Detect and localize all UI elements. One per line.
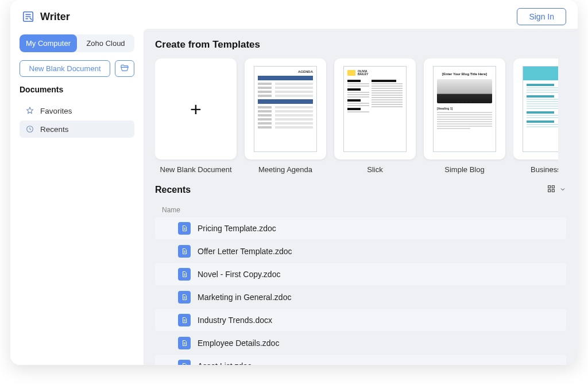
template-label: Slick [334, 165, 416, 174]
logo-group: Writer [22, 10, 70, 23]
svg-rect-4 [548, 189, 551, 192]
file-list: Pricing Template.zdocOffer Letter Templa… [155, 217, 566, 365]
templates-section: Create from Templates + New Blank Docume… [144, 29, 578, 177]
app-window: Writer Sign In My Computer Zoho Cloud Ne… [10, 0, 578, 365]
star-icon [25, 106, 34, 115]
blog-heading: [Heading 1] [437, 107, 492, 110]
sidebar: My Computer Zoho Cloud New Blank Documen… [10, 29, 144, 365]
template-card-agenda: AGENDA [245, 59, 326, 174]
document-icon [178, 291, 191, 304]
open-folder-button[interactable] [115, 60, 134, 77]
svg-rect-3 [552, 186, 554, 188]
new-blank-document-button[interactable]: New Blank Document [20, 60, 110, 77]
template-thumb-blank[interactable]: + [155, 59, 237, 160]
document-icon [178, 337, 191, 349]
template-card-trip: Business Trip [513, 59, 558, 174]
location-tabs: My Computer Zoho Cloud [20, 34, 134, 52]
resume-name-bottom: BAILEY [358, 73, 368, 76]
document-icon [178, 222, 191, 235]
template-label: Business Trip [513, 165, 558, 174]
tab-zoho-cloud[interactable]: Zoho Cloud [77, 34, 134, 52]
file-row[interactable]: Asset List.zdoc [155, 355, 566, 365]
chevron-down-icon [559, 185, 566, 195]
svg-rect-2 [548, 186, 551, 188]
file-name: Industry Trends.docx [198, 316, 272, 325]
sidebar-item-favorites[interactable]: Favorites [20, 102, 134, 119]
file-name: Pricing Template.zdoc [198, 224, 276, 233]
templates-heading: Create from Templates [155, 39, 566, 50]
body: My Computer Zoho Cloud New Blank Documen… [10, 29, 578, 365]
agenda-inner-title: AGENDA [258, 70, 313, 73]
template-label: Meeting Agenda [245, 165, 326, 174]
template-card-blog: [Enter Your Blog Title Here] [Heading 1]… [424, 59, 505, 174]
tab-my-computer[interactable]: My Computer [20, 34, 77, 52]
folder-open-icon [120, 63, 129, 75]
file-row[interactable]: Offer Letter Template.zdoc [155, 240, 566, 262]
recents-head: Recents [155, 184, 566, 196]
sidebar-item-recents[interactable]: Recents [20, 120, 134, 138]
grid-view-icon [547, 184, 556, 196]
documents-heading: Documents [20, 85, 134, 94]
document-icon [178, 360, 191, 365]
document-icon [178, 268, 191, 281]
sidebar-item-label: Favorites [40, 107, 72, 115]
templates-row: + New Blank Document AGENDA [155, 59, 566, 174]
file-name: Offer Letter Template.zdoc [198, 247, 292, 256]
app-title: Writer [40, 11, 70, 23]
template-card-blank: + New Blank Document [155, 59, 237, 174]
blog-inner-title: [Enter Your Blog Title Here] [437, 72, 492, 76]
file-row[interactable]: Employee Details.zdoc [155, 332, 566, 354]
file-name: Asset List.zdoc [198, 361, 252, 365]
clock-icon [25, 125, 34, 134]
template-thumb-resume[interactable]: OLIVIA BAILEY [334, 59, 416, 160]
column-header-name: Name [155, 203, 566, 217]
template-thumb-agenda[interactable]: AGENDA [245, 59, 326, 160]
view-options[interactable] [547, 184, 566, 196]
recents-heading: Recents [155, 185, 191, 195]
writer-logo-icon [22, 10, 34, 23]
template-thumb-trip[interactable] [513, 59, 558, 160]
recents-section: Recents [144, 177, 578, 365]
sidebar-item-label: Recents [40, 125, 69, 134]
nav-list: Favorites Recents [20, 102, 134, 138]
template-thumb-blog[interactable]: [Enter Your Blog Title Here] [Heading 1] [424, 59, 505, 160]
file-row[interactable]: Novel - First Copy.zdoc [155, 263, 566, 285]
file-row[interactable]: Pricing Template.zdoc [155, 217, 566, 239]
file-row[interactable]: Industry Trends.docx [155, 309, 566, 331]
file-row[interactable]: Marketing in General.zdoc [155, 286, 566, 308]
template-label: New Blank Document [155, 165, 237, 174]
sign-in-button[interactable]: Sign In [517, 8, 566, 25]
template-label: Simple Blog [424, 165, 505, 174]
file-name: Employee Details.zdoc [198, 339, 279, 348]
document-icon [178, 245, 191, 258]
plus-icon: + [190, 98, 202, 120]
topbar: Writer Sign In [10, 0, 578, 29]
template-card-resume: OLIVIA BAILEY [334, 59, 416, 174]
new-doc-row: New Blank Document [20, 60, 134, 77]
file-name: Marketing in General.zdoc [198, 293, 291, 302]
document-icon [178, 314, 191, 326]
file-name: Novel - First Copy.zdoc [198, 270, 280, 279]
main-content: Create from Templates + New Blank Docume… [144, 29, 578, 365]
svg-rect-5 [552, 189, 554, 192]
